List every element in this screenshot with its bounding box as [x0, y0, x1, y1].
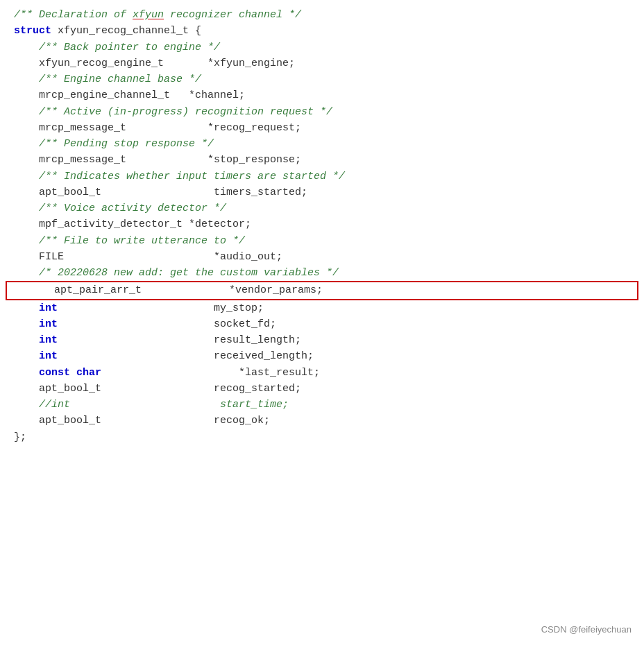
code-line: struct xfyun_recog_channel_t {: [0, 23, 644, 39]
code-segment: mrcp_message_t *stop_response;: [14, 152, 301, 168]
code-segment: *last_result;: [101, 365, 320, 381]
code-line: apt_bool_t timers_started;: [0, 184, 644, 200]
code-line: /** Declaration of xfyun recognizer chan…: [0, 7, 644, 23]
code-segment: apt_pair_arr_t *vendor_params;: [29, 282, 323, 298]
code-segment: /** Engine channel base */: [14, 71, 201, 87]
code-segment: [70, 365, 76, 381]
code-line: /** Back pointer to engine */: [0, 40, 644, 55]
code-line: };: [0, 429, 644, 445]
code-segment: apt_bool_t timers_started;: [14, 184, 307, 200]
code-segment: /** Active (in-progress) recognition req…: [14, 104, 332, 120]
code-line: const char *last_result;: [0, 365, 644, 381]
code-segment: /** Declaration of: [14, 7, 133, 23]
code-segment: xfyun: [133, 7, 164, 23]
code-line: int socket_fd;: [0, 316, 644, 332]
code-line: /** File to write utterance to */: [0, 233, 644, 249]
code-segment: int: [39, 348, 58, 364]
code-segment: /** Pending stop response */: [14, 136, 214, 152]
code-segment: char: [76, 365, 101, 381]
code-segment: /** Back pointer to engine */: [14, 40, 220, 55]
code-segment: const: [39, 365, 70, 381]
code-segment: int: [39, 316, 58, 332]
code-segment: socket_fd;: [58, 316, 276, 332]
code-segment: /* 20220628 new add: get the custom vari…: [14, 265, 339, 281]
code-line: mrcp_message_t *stop_response;: [0, 152, 644, 168]
code-line: mrcp_engine_channel_t *channel;: [0, 87, 644, 103]
code-segment: /** Indicates whether input timers are s…: [14, 169, 345, 184]
code-segment: result_length;: [58, 332, 301, 348]
code-line: /** Active (in-progress) recognition req…: [0, 104, 644, 120]
code-segment: FILE *audio_out;: [14, 249, 282, 265]
code-line: int my_stop;: [0, 300, 644, 316]
code-segment: mrcp_message_t *recog_request;: [14, 120, 301, 136]
code-segment: [14, 332, 39, 348]
code-line: mrcp_message_t *recog_request;: [0, 120, 644, 136]
code-segment: recognizer channel */: [164, 7, 301, 23]
code-line: FILE *audio_out;: [0, 249, 644, 265]
code-segment: xfyun_recog_engine_t *xfyun_engine;: [14, 55, 295, 71]
code-segment: /** File to write utterance to */: [14, 233, 245, 249]
code-segment: received_length;: [58, 348, 314, 364]
code-line: /* 20220628 new add: get the custom vari…: [0, 265, 644, 281]
code-line: //int start_time;: [0, 397, 644, 413]
code-line: /** Voice activity detector */: [0, 200, 644, 216]
code-line: apt_pair_arr_t *vendor_params;: [15, 282, 629, 298]
code-segment: /** Voice activity detector */: [14, 200, 226, 216]
code-segment: int: [39, 300, 58, 316]
code-segment: [14, 300, 39, 316]
code-segment: apt_bool_t recog_ok;: [14, 413, 270, 429]
code-line: xfyun_recog_engine_t *xfyun_engine;: [0, 55, 644, 71]
code-segment: mrcp_engine_channel_t *channel;: [14, 87, 245, 103]
code-segment: my_stop;: [58, 300, 264, 316]
code-segment: mpf_activity_detector_t *detector;: [14, 216, 251, 232]
code-line: int result_length;: [0, 332, 644, 348]
code-line: /** Engine channel base */: [0, 71, 644, 87]
red-box-line: apt_pair_arr_t *vendor_params;: [6, 281, 638, 300]
code-line: apt_bool_t recog_ok;: [0, 413, 644, 429]
code-segment: [14, 348, 39, 364]
code-segment: //int start_time;: [14, 397, 289, 413]
code-segment: int: [39, 332, 58, 348]
code-segment: xfyun_recog_channel_t {: [51, 23, 201, 39]
code-line: /** Indicates whether input timers are s…: [0, 169, 644, 184]
code-segment: [14, 365, 39, 381]
code-line: mpf_activity_detector_t *detector;: [0, 216, 644, 232]
code-line: /** Pending stop response */: [0, 136, 644, 152]
code-segment: [14, 316, 39, 332]
code-segment: apt_bool_t recog_started;: [14, 381, 301, 397]
code-segment: };: [14, 429, 26, 445]
code-container: /** Declaration of xfyun recognizer chan…: [0, 0, 644, 645]
watermark: CSDN @feifeiyechuan: [541, 623, 632, 637]
code-line: apt_bool_t recog_started;: [0, 381, 644, 397]
code-line: int received_length;: [0, 348, 644, 364]
code-segment: struct: [14, 23, 51, 39]
